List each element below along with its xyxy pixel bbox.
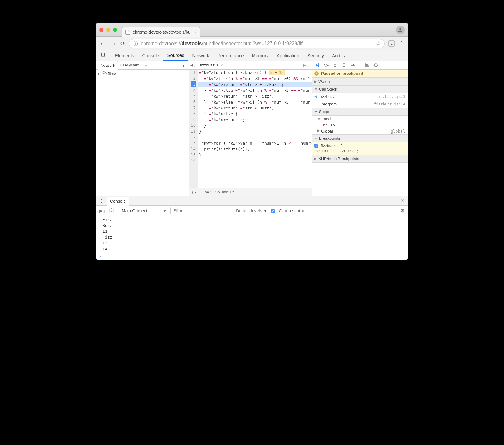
browser-tabstrip: chrome-devtools://devtools/bu × — [122, 23, 200, 36]
tab-console[interactable]: Console — [138, 50, 163, 61]
console-line: 14 — [103, 246, 401, 252]
back-button[interactable]: ← — [99, 40, 106, 48]
drawer-menu-icon[interactable]: ⋮ — [96, 198, 107, 203]
run-snippet-icon[interactable]: ▶▯ — [300, 61, 312, 69]
tree-item-label: file:// — [108, 71, 116, 76]
console-filter-input[interactable] — [170, 207, 232, 214]
close-window-button[interactable] — [99, 28, 103, 32]
editor-statusbar: { } Line 3, Column 12 — [189, 188, 312, 196]
clear-console-icon[interactable] — [109, 208, 114, 213]
console-drawer: ⋮ Console × ▶▯ Main Context▼ Default lev… — [96, 196, 408, 260]
minimize-window-button[interactable] — [106, 28, 110, 32]
window-controls — [99, 28, 117, 32]
devtools-menu-icon[interactable]: ⋮ — [394, 52, 408, 59]
tab-application[interactable]: Application — [273, 50, 303, 61]
address-bar: ← → ⟳ i chrome-devtools://devtools/bundl… — [96, 37, 408, 50]
url-text: chrome-devtools://devtools/bundled/inspe… — [141, 41, 308, 46]
tab-audits[interactable]: Audits — [328, 50, 349, 61]
file-tree: ▸ file:// — [96, 70, 189, 78]
subtab-network[interactable]: Network — [98, 61, 118, 70]
editor-tabs: ◀▯ fizzbuzz.js × ▶▯ — [189, 61, 312, 70]
cursor-position: Line 3, Column 12 — [201, 190, 234, 194]
reload-button[interactable]: ⟳ — [120, 40, 125, 47]
resume-button[interactable] — [314, 62, 320, 68]
close-tab-icon[interactable]: × — [194, 30, 197, 35]
info-icon: i — [314, 71, 319, 76]
callstack-frame[interactable]: ➔fizzbuzzfizzbuzz.js:3 — [312, 93, 408, 100]
watch-section[interactable]: ▶Watch — [312, 78, 408, 85]
browser-tab[interactable]: chrome-devtools://devtools/bu × — [122, 27, 200, 37]
console-output: FizzBuzz11Fizz1314 — [96, 216, 408, 252]
scope-global[interactable]: ▶Globalglobal — [312, 128, 408, 134]
close-file-icon[interactable]: × — [220, 63, 223, 67]
step-over-button[interactable] — [323, 62, 329, 68]
breakpoint-item[interactable]: fizzbuzz.js:3 return 'FizzBuzz'; — [312, 142, 408, 155]
tab-elements[interactable]: Elements — [111, 50, 138, 61]
drawer-tabbar: ⋮ Console × — [96, 196, 408, 206]
inspect-element-icon[interactable] — [96, 52, 111, 59]
chrome-window: chrome-devtools://devtools/bu × ← → ⟳ i … — [96, 23, 408, 260]
svg-rect-6 — [375, 64, 376, 66]
maximize-window-button[interactable] — [113, 28, 117, 32]
tab-network[interactable]: Network — [188, 50, 213, 61]
tab-sources[interactable]: Sources — [163, 50, 188, 61]
tab-memory[interactable]: Memory — [248, 50, 273, 61]
toggle-sidebar-icon[interactable]: ▶▯ — [99, 208, 105, 213]
svg-point-2 — [326, 66, 327, 67]
deactivate-breakpoints-button[interactable] — [364, 62, 370, 68]
tab-security[interactable]: Security — [303, 50, 328, 61]
forward-button[interactable]: → — [110, 40, 117, 48]
svg-point-5 — [374, 63, 378, 67]
cloud-icon — [102, 72, 107, 75]
site-info-icon[interactable]: i — [133, 41, 138, 46]
svg-point-4 — [343, 66, 345, 67]
step-button[interactable] — [350, 62, 356, 68]
bookmark-star-icon[interactable]: ☆ — [376, 40, 381, 47]
callstack-frame[interactable]: :programfizzbuzz.js:14 — [312, 100, 408, 108]
devtools-tabbar: Elements Console Sources Network Perform… — [96, 50, 408, 61]
group-similar-checkbox[interactable] — [271, 209, 275, 213]
step-out-button[interactable] — [341, 62, 347, 68]
pause-exceptions-button[interactable] — [373, 62, 379, 68]
scope-local[interactable]: ▼ Local — [312, 116, 408, 122]
paused-banner-text: Paused on breakpoint — [321, 71, 363, 76]
drawer-tab-console[interactable]: Console — [107, 197, 129, 206]
navigator-pane: Network Filesystem » ⋮ ▸ file:// — [96, 61, 189, 196]
log-levels-selector[interactable]: Default levels ▼ — [236, 208, 267, 213]
breakpoint-checkbox[interactable] — [314, 144, 318, 148]
breakpoint-label: fizzbuzz.js:3 — [321, 143, 343, 148]
callstack-section[interactable]: ▼Call Stack — [312, 85, 408, 93]
navigator-menu-icon[interactable]: ⋮ — [178, 61, 189, 69]
editor-pane: ◀▯ fizzbuzz.js × ▶▯ 12345678910111213141… — [189, 61, 312, 196]
titlebar: chrome-devtools://devtools/bu × — [96, 23, 408, 37]
extension-icon[interactable]: G — [388, 40, 395, 47]
xhr-breakpoints-section[interactable]: ▶XHR/fetch Breakpoints — [312, 155, 408, 163]
more-subtabs-icon[interactable]: » — [145, 63, 147, 67]
console-settings-icon[interactable]: ⚙ — [400, 208, 405, 214]
close-drawer-icon[interactable]: × — [397, 197, 408, 204]
code-editor[interactable]: 12345678910111213141516 ="kw">function f… — [189, 70, 312, 188]
scope-section[interactable]: ▼Scope — [312, 108, 408, 116]
page-icon — [125, 30, 130, 35]
console-line: 13 — [103, 240, 401, 246]
console-prompt[interactable]: › — [96, 252, 408, 260]
pretty-print-icon[interactable]: { } — [192, 190, 196, 194]
file-tab[interactable]: fizzbuzz.js × — [197, 61, 226, 69]
svg-rect-1 — [318, 63, 319, 67]
step-into-button[interactable] — [332, 62, 338, 68]
sources-panel: Network Filesystem » ⋮ ▸ file:// ◀▯ fizz… — [96, 61, 408, 196]
profile-avatar[interactable] — [396, 26, 405, 34]
toggle-navigator-icon[interactable]: ◀▯ — [189, 61, 197, 69]
debugger-pane: i Paused on breakpoint ▶Watch ▼Call Stac… — [312, 61, 408, 196]
url-field[interactable]: i chrome-devtools://devtools/bundled/ins… — [129, 39, 385, 48]
breakpoint-code: return 'FizzBuzz'; — [314, 148, 405, 153]
chrome-menu-icon[interactable]: ⋮ — [398, 40, 405, 47]
breakpoints-section[interactable]: ▼Breakpoints — [312, 134, 408, 142]
context-selector[interactable]: Main Context▼ — [122, 208, 167, 213]
console-line: Fizz — [103, 234, 401, 240]
tab-performance[interactable]: Performance — [213, 50, 248, 61]
tree-item-file[interactable]: ▸ file:// — [98, 71, 187, 76]
subtab-filesystem[interactable]: Filesystem — [118, 61, 142, 69]
debugger-toolbar — [312, 61, 408, 70]
file-tab-label: fizzbuzz.js — [200, 63, 219, 67]
